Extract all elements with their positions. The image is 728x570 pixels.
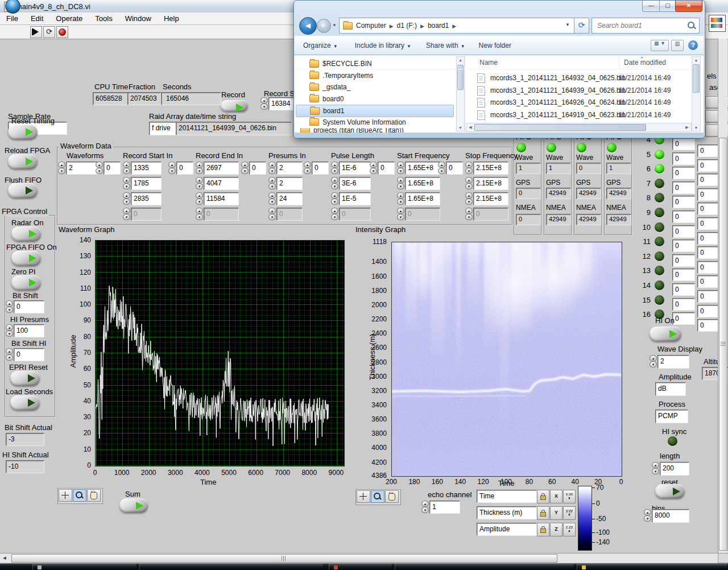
run-continuous-button[interactable]: ⟳ — [43, 26, 55, 38]
abort-button[interactable] — [56, 26, 68, 38]
breadcrumb-separator-icon[interactable]: ▶ — [386, 23, 397, 29]
reset-button[interactable] — [655, 484, 685, 498]
breadcrumb[interactable]: Computer▶d1 (F:)▶board1▶ — [339, 18, 574, 34]
channel-input-15[interactable]: 0 — [672, 298, 695, 311]
tree-item-recyclebin[interactable]: $RECYCLE.BIN — [296, 58, 453, 69]
format-y-icon[interactable]: y.yy▼ — [563, 506, 576, 520]
value-spinner[interactable] — [465, 208, 473, 221]
channel-input-b-7[interactable]: 0 — [697, 188, 719, 201]
channel-input-6[interactable]: 0 — [672, 167, 695, 179]
stop-frequency-value[interactable]: 2.15E+8 — [473, 177, 508, 190]
taskbar-button[interactable] — [139, 564, 324, 570]
record-start-in-value[interactable]: 1335 — [131, 162, 162, 175]
channel-input-b-16[interactable]: 0 — [697, 319, 719, 332]
channel-input-5[interactable]: 0 — [672, 152, 695, 165]
col-index-spinner[interactable] — [168, 162, 176, 175]
views-button-icon[interactable]: ▦ ▼ — [651, 40, 669, 51]
horizontal-scrollbar[interactable]: ◀ — [0, 553, 718, 563]
lock-icon[interactable] — [537, 506, 549, 520]
zero-pi-button[interactable] — [11, 275, 41, 290]
value-spinner[interactable] — [331, 192, 338, 205]
sum-button[interactable] — [119, 498, 148, 513]
tree-item-temporaryitems[interactable]: .TemporaryItems — [296, 70, 453, 81]
file-row[interactable]: mcords3_1_20141121_164926_04_0624.bin11/… — [475, 97, 691, 109]
intensity-plot[interactable] — [391, 242, 622, 477]
col-index-spinner[interactable] — [370, 162, 377, 175]
cmd-new-folder[interactable]: New folder — [479, 42, 511, 49]
channel-input-b-9[interactable]: 0 — [697, 217, 719, 230]
value-spinner[interactable] — [268, 177, 276, 190]
start-frequency-value[interactable]: 1.65E+8 — [405, 162, 440, 175]
menu-file[interactable]: File — [0, 14, 24, 23]
back-button[interactable]: ◄ — [299, 17, 317, 35]
breadcrumb-separator-icon[interactable]: ▶ — [417, 23, 428, 29]
column-header-name[interactable]: Name — [479, 59, 498, 67]
reload-fpga-button[interactable] — [8, 154, 38, 169]
vertical-scrollbar[interactable] — [718, 39, 727, 553]
presums-in-value[interactable]: 2 — [276, 162, 303, 175]
value-spinner[interactable] — [123, 162, 130, 175]
channel-input-14[interactable]: 0 — [672, 283, 695, 296]
col-index-spinner[interactable] — [438, 162, 445, 175]
value-spinner[interactable] — [331, 208, 338, 221]
channel-input-b-4[interactable]: 0 — [697, 144, 719, 157]
channel-input-b-12[interactable]: 0 — [697, 261, 719, 274]
search-input[interactable]: Search board1 — [592, 18, 700, 34]
taskbar-button[interactable] — [329, 564, 392, 570]
hi-presums-spinner[interactable] — [6, 324, 13, 337]
menu-window[interactable]: Window — [119, 14, 158, 23]
value-spinner[interactable] — [196, 208, 203, 221]
axis-name-y[interactable]: Thickness (m) — [477, 506, 537, 519]
value-spinner[interactable] — [123, 192, 130, 205]
channel-input-7[interactable]: 0 — [672, 181, 695, 194]
color-ramp[interactable] — [578, 486, 592, 551]
channel-input-13[interactable]: 0 — [672, 269, 695, 281]
breadcrumb-item[interactable]: board1 — [428, 22, 449, 30]
taskbar-button[interactable] — [577, 564, 728, 570]
amplitude-select[interactable]: dB — [655, 382, 686, 396]
col-index-input[interactable]: 0 — [249, 162, 266, 175]
record-end-in-value[interactable]: 11584 — [204, 192, 239, 205]
record-start-in-value[interactable]: 2835 — [131, 192, 162, 205]
files-vertical-scrollbar[interactable]: ▲ ▼ — [692, 56, 701, 131]
channel-input-b-5[interactable]: 0 — [697, 159, 719, 172]
zoom-tool-icon[interactable] — [371, 490, 384, 503]
tree-item-board1[interactable]: board1 — [296, 105, 454, 117]
waveforms-spinner[interactable] — [58, 162, 65, 175]
file-row[interactable]: mcords3_1_20141121_164939_04_0626.bin11/… — [475, 85, 691, 97]
axis-name-z[interactable]: Amplitude — [477, 523, 537, 536]
value-spinner[interactable] — [331, 177, 338, 190]
wave-display-spinner[interactable] — [650, 355, 657, 368]
value-spinner[interactable] — [397, 162, 404, 175]
tree-item-gsdata[interactable]: _gsdata_ — [296, 81, 453, 93]
epri-reset-button[interactable] — [10, 371, 40, 386]
col-index-input[interactable]: 0 — [378, 162, 395, 175]
value-spinner[interactable] — [268, 208, 276, 221]
record-end-in-value[interactable]: 4047 — [204, 177, 239, 190]
channel-input-b-11[interactable]: 0 — [697, 246, 719, 259]
bins-input[interactable]: 8000 — [652, 509, 689, 523]
axis-x-icon[interactable]: X — [550, 490, 562, 503]
presums-in-value[interactable]: 24 — [276, 192, 303, 205]
file-row[interactable]: mcords3_1_20141121_164932_04_0625.bin11/… — [475, 73, 691, 84]
channel-input-12[interactable]: 0 — [672, 254, 695, 267]
col-index-input[interactable]: 0 — [176, 162, 193, 175]
record-end-in-value[interactable]: 2697 — [204, 162, 239, 175]
waveform-plot[interactable] — [95, 240, 345, 466]
reset-timing-button[interactable] — [8, 125, 38, 139]
channel-input-16[interactable]: 0 — [672, 312, 695, 325]
menu-edit[interactable]: Edit — [24, 14, 49, 23]
menu-help[interactable]: Help — [158, 14, 185, 23]
raid-drive-input[interactable]: f drive — [149, 122, 176, 135]
value-spinner[interactable] — [397, 208, 404, 221]
value-spinner[interactable] — [397, 192, 404, 205]
axis-name-x[interactable]: Time — [477, 490, 537, 503]
bins-spinner[interactable] — [644, 509, 651, 522]
channel-input-b-10[interactable]: 0 — [697, 232, 719, 245]
channel-input-b-15[interactable]: 0 — [697, 305, 719, 317]
menu-tools[interactable]: Tools — [89, 14, 118, 23]
pulse-length-value[interactable]: 1E-5 — [339, 192, 371, 205]
channel-input-8[interactable]: 0 — [672, 196, 695, 208]
wave-display-input[interactable]: 2 — [657, 355, 689, 369]
lock-icon[interactable] — [537, 523, 549, 536]
